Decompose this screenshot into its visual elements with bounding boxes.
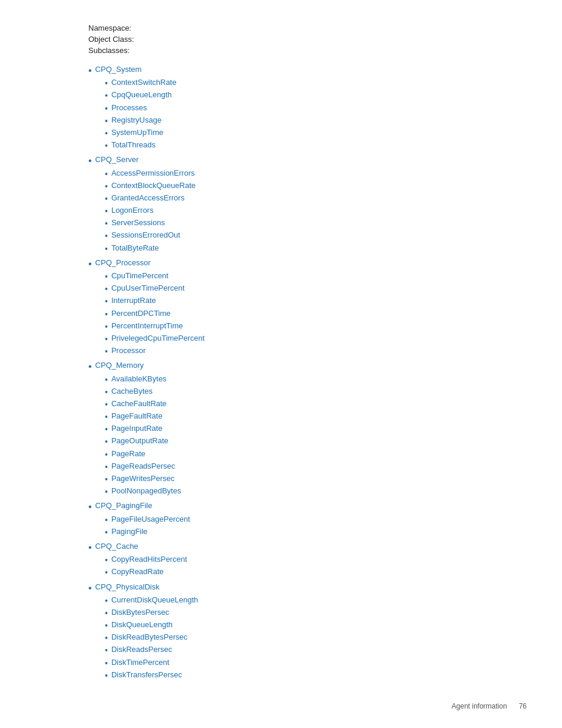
inner-list-item: •DiskReadsPersec	[105, 644, 474, 655]
inner-bullet-icon: •	[105, 90, 108, 101]
inner-item-label[interactable]: PoolNonpagedBytes	[111, 486, 181, 496]
inner-item-label[interactable]: CacheBytes	[111, 386, 153, 397]
inner-bullet-icon: •	[105, 633, 108, 643]
inner-bullet-icon: •	[105, 449, 108, 460]
inner-list-item: •RegistryUsage	[105, 115, 474, 126]
inner-list-item: •DiskQueueLength	[105, 620, 474, 631]
inner-item-label[interactable]: Processes	[111, 103, 147, 113]
inner-item-label[interactable]: InterruptRate	[111, 295, 156, 306]
inner-bullet-icon: •	[105, 346, 108, 357]
inner-list-item: •ContextSwitchRate	[105, 77, 474, 88]
outer-item-label[interactable]: CPQ_Server	[95, 154, 139, 165]
outer-bullet-icon: •	[88, 65, 92, 76]
inner-item-label[interactable]: PagingFile	[111, 526, 147, 537]
inner-item-label[interactable]: RegistryUsage	[111, 115, 161, 126]
inner-bullet-icon: •	[105, 103, 108, 114]
outer-item-label[interactable]: CPQ_System	[95, 64, 142, 75]
outer-item-row[interactable]: •CPQ_Processor	[88, 258, 474, 269]
inner-bullet-icon: •	[105, 296, 108, 307]
inner-item-label[interactable]: SessionsErroredOut	[111, 230, 180, 241]
inner-bullet-icon: •	[105, 658, 108, 668]
outer-item-row[interactable]: •CPQ_Cache	[88, 541, 474, 553]
inner-list: •CpuTimePercent•CpuUserTimePercent•Inter…	[105, 271, 474, 357]
inner-item-label[interactable]: LogonErrors	[111, 205, 154, 216]
inner-item-label[interactable]: ContextBlockQueueRate	[111, 180, 196, 191]
inner-list-item: •Processes	[105, 103, 474, 114]
inner-bullet-icon: •	[105, 411, 108, 422]
inner-item-label[interactable]: CopyReadHitsPercent	[111, 554, 187, 565]
inner-item-label[interactable]: TotalThreads	[111, 140, 156, 150]
outer-item-row[interactable]: •CPQ_System	[88, 64, 474, 76]
outer-list-item: •CPQ_System•ContextSwitchRate•CpqQueueLe…	[88, 64, 474, 151]
inner-item-label[interactable]: GrantedAccessErrors	[111, 193, 184, 203]
inner-item-label[interactable]: Processor	[111, 345, 146, 356]
inner-item-label[interactable]: PageReadsPersec	[111, 461, 175, 472]
outer-bullet-icon: •	[88, 361, 92, 372]
inner-list-item: •PageInputRate	[105, 423, 474, 434]
inner-item-label[interactable]: CacheFaultRate	[111, 398, 167, 409]
inner-item-label[interactable]: PercentInterruptTime	[111, 321, 183, 331]
outer-item-row[interactable]: •CPQ_Memory	[88, 360, 474, 372]
inner-list-item: •DiskTimePercent	[105, 657, 474, 668]
inner-bullet-icon: •	[105, 670, 108, 681]
inner-bullet-icon: •	[105, 334, 108, 344]
outer-item-row[interactable]: •CPQ_PhysicalDisk	[88, 582, 474, 594]
inner-item-label[interactable]: PageWritesPersec	[111, 473, 174, 484]
inner-list-item: •CpuTimePercent	[105, 271, 474, 282]
inner-item-label[interactable]: CpuUserTimePercent	[111, 283, 185, 294]
inner-item-label[interactable]: CpuTimePercent	[111, 271, 168, 281]
outer-item-label[interactable]: CPQ_Memory	[95, 360, 144, 371]
outer-item-row[interactable]: •CPQ_PagingFile	[88, 500, 474, 512]
inner-item-label[interactable]: TotalByteRate	[111, 243, 159, 253]
inner-bullet-icon: •	[105, 567, 108, 578]
inner-list: •ContextSwitchRate•CpqQueueLength•Proces…	[105, 77, 474, 151]
outer-item-row[interactable]: •CPQ_Server	[88, 154, 474, 166]
inner-item-label[interactable]: PageFaultRate	[111, 411, 163, 421]
inner-bullet-icon: •	[105, 218, 108, 229]
inner-item-label[interactable]: AvailableKBytes	[111, 374, 167, 384]
inner-bullet-icon: •	[105, 387, 108, 397]
inner-item-label[interactable]: ServerSessions	[111, 218, 165, 228]
outer-item-label[interactable]: CPQ_Cache	[95, 541, 138, 552]
inner-list-item: •PrivelegedCpuTimePercent	[105, 333, 474, 344]
inner-item-label[interactable]: DiskTransfersPersec	[111, 670, 182, 680]
outer-item-label[interactable]: CPQ_Processor	[95, 258, 151, 268]
inner-item-label[interactable]: AccessPermissionErrors	[111, 168, 195, 179]
inner-list-item: •LogonErrors	[105, 205, 474, 216]
namespace-label: Namespace:	[88, 24, 131, 32]
page-content: Namespace: Object Class: Subclasses: •CP…	[0, 0, 562, 720]
inner-item-label[interactable]: CopyReadRate	[111, 566, 164, 577]
inner-item-label[interactable]: CpqQueueLength	[111, 90, 172, 100]
inner-bullet-icon: •	[105, 515, 108, 525]
subclasses-line: Subclasses:	[88, 46, 474, 55]
inner-list: •AccessPermissionErrors•ContextBlockQueu…	[105, 168, 474, 254]
outer-bullet-icon: •	[88, 501, 92, 512]
outer-item-label[interactable]: CPQ_PhysicalDisk	[95, 582, 160, 592]
inner-item-label[interactable]: DiskReadsPersec	[111, 644, 172, 655]
inner-item-label[interactable]: DiskReadBytesPersec	[111, 632, 187, 643]
inner-item-label[interactable]: SystemUpTime	[111, 127, 163, 138]
inner-bullet-icon: •	[105, 243, 108, 254]
inner-item-label[interactable]: PercentDPCTime	[111, 308, 171, 319]
outer-bullet-icon: •	[88, 155, 92, 166]
inner-item-label[interactable]: DiskTimePercent	[111, 657, 169, 668]
inner-list-item: •CopyReadRate	[105, 566, 474, 578]
outer-item-label[interactable]: CPQ_PagingFile	[95, 500, 153, 511]
inner-item-label[interactable]: ContextSwitchRate	[111, 77, 177, 88]
inner-bullet-icon: •	[105, 193, 108, 204]
inner-item-label[interactable]: PageOutputRate	[111, 436, 168, 446]
inner-bullet-icon: •	[105, 321, 108, 332]
inner-item-label[interactable]: DiskBytesPersec	[111, 607, 169, 618]
inner-list-item: •GrantedAccessErrors	[105, 193, 474, 204]
inner-bullet-icon: •	[105, 620, 108, 631]
inner-item-label[interactable]: PageInputRate	[111, 423, 163, 434]
inner-item-label[interactable]: PrivelegedCpuTimePercent	[111, 333, 204, 344]
inner-item-label[interactable]: PageFileUsagePercent	[111, 514, 190, 525]
inner-item-label[interactable]: CurrentDiskQueueLength	[111, 595, 198, 605]
inner-item-label[interactable]: DiskQueueLength	[111, 620, 173, 630]
inner-list-item: •CpqQueueLength	[105, 90, 474, 101]
inner-bullet-icon: •	[105, 486, 108, 497]
inner-bullet-icon: •	[105, 128, 108, 139]
inner-list-item: •PageOutputRate	[105, 436, 474, 447]
inner-item-label[interactable]: PageRate	[111, 449, 146, 459]
